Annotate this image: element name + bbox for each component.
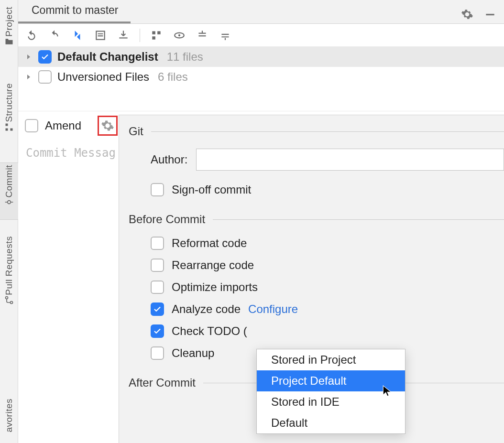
group-button[interactable] <box>150 29 163 42</box>
checkbox[interactable] <box>151 259 164 272</box>
checkbox[interactable] <box>38 70 52 84</box>
refresh-button[interactable] <box>25 29 38 42</box>
rollback-button[interactable] <box>48 29 61 42</box>
changelist-button[interactable] <box>94 29 107 42</box>
option-analyze[interactable]: Analyze code Configure <box>151 303 504 316</box>
option-rearrange[interactable]: Rearrange code <box>151 259 504 272</box>
chevron-right-icon <box>25 53 33 61</box>
sidebar-item-structure[interactable]: Structure <box>0 81 18 148</box>
svg-rect-1 <box>6 128 8 130</box>
checkbox[interactable] <box>38 50 52 64</box>
amend-checkbox[interactable] <box>25 119 38 132</box>
option-reformat[interactable]: Reformat code <box>151 237 504 250</box>
option-label: Reformat code <box>172 237 247 250</box>
svg-point-5 <box>11 301 13 303</box>
author-row: Author: <box>151 149 504 171</box>
changelist-default[interactable]: Default Changelist 11 files <box>18 47 504 67</box>
svg-rect-9 <box>157 31 161 34</box>
option-label: Rearrange code <box>172 259 254 272</box>
commit-message-placeholder: Commit Messag <box>26 146 116 160</box>
chevron-right-icon <box>25 73 33 81</box>
changelist-count: 11 files <box>167 50 203 64</box>
cursor-icon <box>382 385 394 397</box>
sidebar-item-label: Pull Requests <box>4 236 14 295</box>
expand-button[interactable] <box>196 29 209 42</box>
author-label: Author: <box>151 153 187 166</box>
sidebar-item-project[interactable]: Project <box>0 5 18 57</box>
section-label: Git <box>129 125 143 138</box>
svg-rect-2 <box>11 128 13 130</box>
checkbox[interactable] <box>151 237 164 250</box>
settings-icon[interactable] <box>461 8 473 21</box>
changelist-label: Default Changelist <box>57 50 158 64</box>
tab-label: Commit to master <box>32 4 118 16</box>
svg-rect-0 <box>6 123 8 126</box>
view-button[interactable] <box>173 29 186 42</box>
tabbar: Commit to master <box>18 0 504 24</box>
changelist-count: 6 files <box>158 70 188 84</box>
commit-options-button[interactable] <box>98 116 118 136</box>
dropdown-item[interactable]: Default <box>257 412 405 433</box>
configure-link[interactable]: Configure <box>248 303 298 316</box>
option-label: Check TODO ( <box>172 324 247 338</box>
sidebar-item-commit[interactable]: Commit <box>0 162 18 220</box>
collapse-button[interactable] <box>219 29 232 42</box>
checkbox[interactable] <box>151 346 164 360</box>
tab-commit[interactable]: Commit to master <box>18 0 131 23</box>
sidebar-item-favorites[interactable]: avorites <box>0 397 18 442</box>
shelve-button[interactable] <box>117 29 130 42</box>
sidebar-item-label: Project <box>4 7 14 37</box>
commit-toolbar <box>18 24 504 47</box>
sidebar-item-label: Structure <box>4 83 14 122</box>
section-label: Before Commit <box>129 213 205 226</box>
option-todo[interactable]: Check TODO ( <box>151 324 504 338</box>
section-before-commit: Before Commit <box>129 213 504 226</box>
option-label: Analyze code <box>172 303 241 316</box>
svg-rect-8 <box>152 31 155 34</box>
diff-button[interactable] <box>71 29 84 42</box>
option-label: Cleanup <box>172 346 214 360</box>
checkbox[interactable] <box>151 324 164 338</box>
checkbox[interactable] <box>151 303 164 316</box>
sidebar-item-label: Commit <box>4 165 14 197</box>
svg-rect-6 <box>486 14 494 15</box>
changelist-unversioned[interactable]: Unversioned Files 6 files <box>18 67 504 87</box>
option-label: Optimize imports <box>172 281 258 294</box>
svg-rect-10 <box>152 36 155 40</box>
dropdown-item[interactable]: Stored in Project <box>257 349 405 370</box>
structure-icon <box>4 122 14 132</box>
amend-label: Amend <box>45 119 81 132</box>
section-git: Git <box>129 125 504 138</box>
svg-point-3 <box>8 201 11 204</box>
pull-request-icon <box>4 295 14 305</box>
sidebar-item-label: avorites <box>4 399 14 432</box>
gear-icon <box>101 119 114 132</box>
svg-point-4 <box>6 296 8 299</box>
option-signoff[interactable]: Sign-off commit <box>151 183 504 196</box>
checkbox[interactable] <box>151 281 164 294</box>
svg-point-12 <box>178 34 180 36</box>
commit-icon <box>4 197 14 207</box>
sidebar-item-pull-requests[interactable]: Pull Requests <box>0 234 18 330</box>
section-label: After Commit <box>129 376 196 389</box>
folder-icon <box>4 37 14 46</box>
option-optimize[interactable]: Optimize imports <box>151 281 504 294</box>
separator <box>140 29 140 42</box>
author-input[interactable] <box>196 149 504 171</box>
hide-icon[interactable] <box>484 8 496 21</box>
changes-tree: Default Changelist 11 files Unversioned … <box>18 47 504 87</box>
checkbox[interactable] <box>151 183 164 196</box>
option-label: Sign-off commit <box>172 183 251 196</box>
changelist-label: Unversioned Files <box>57 70 149 84</box>
